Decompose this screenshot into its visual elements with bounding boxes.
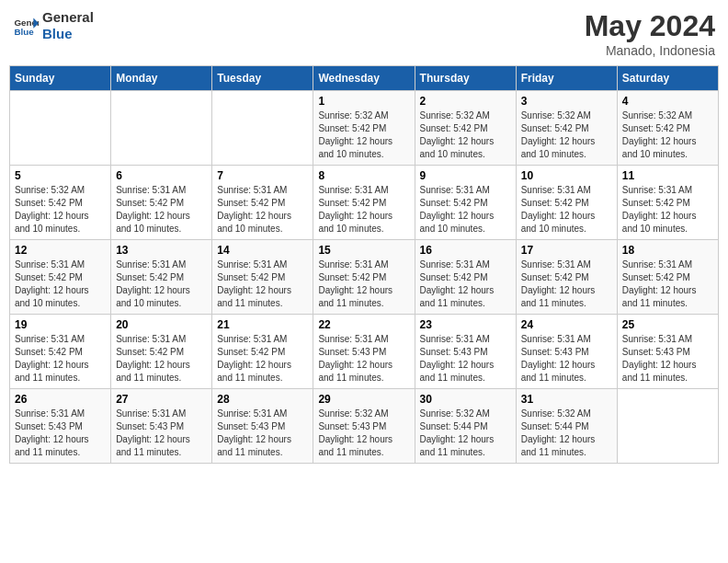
day-cell: 29Sunrise: 5:32 AM Sunset: 5:43 PM Dayli… [313, 389, 415, 464]
day-cell: 21Sunrise: 5:31 AM Sunset: 5:42 PM Dayli… [212, 315, 313, 389]
day-info: Sunrise: 5:32 AM Sunset: 5:44 PM Dayligh… [521, 408, 612, 459]
day-cell: 14Sunrise: 5:31 AM Sunset: 5:42 PM Dayli… [212, 240, 313, 315]
day-info: Sunrise: 5:31 AM Sunset: 5:42 PM Dayligh… [622, 184, 713, 236]
day-cell: 23Sunrise: 5:31 AM Sunset: 5:43 PM Dayli… [415, 315, 516, 389]
day-info: Sunrise: 5:31 AM Sunset: 5:42 PM Dayligh… [420, 184, 511, 236]
header-cell-tuesday: Tuesday [212, 66, 313, 91]
day-info: Sunrise: 5:31 AM Sunset: 5:43 PM Dayligh… [318, 333, 409, 385]
day-info: Sunrise: 5:31 AM Sunset: 5:43 PM Dayligh… [521, 333, 612, 385]
day-number: 24 [521, 318, 612, 331]
week-row: 26Sunrise: 5:31 AM Sunset: 5:43 PM Dayli… [10, 389, 719, 464]
day-info: Sunrise: 5:31 AM Sunset: 5:42 PM Dayligh… [318, 184, 409, 236]
day-number: 4 [622, 95, 713, 108]
day-cell: 2Sunrise: 5:32 AM Sunset: 5:42 PM Daylig… [415, 91, 516, 166]
day-number: 22 [318, 318, 409, 331]
day-cell: 6Sunrise: 5:31 AM Sunset: 5:42 PM Daylig… [111, 166, 212, 240]
logo-line2: Blue [42, 26, 94, 42]
day-number: 11 [622, 169, 713, 182]
day-number: 10 [521, 169, 612, 182]
header-cell-wednesday: Wednesday [313, 66, 415, 91]
day-info: Sunrise: 5:31 AM Sunset: 5:42 PM Dayligh… [15, 259, 106, 310]
day-cell: 24Sunrise: 5:31 AM Sunset: 5:43 PM Dayli… [516, 315, 617, 389]
day-info: Sunrise: 5:31 AM Sunset: 5:43 PM Dayligh… [622, 333, 713, 385]
day-info: Sunrise: 5:31 AM Sunset: 5:42 PM Dayligh… [116, 184, 207, 236]
day-cell: 26Sunrise: 5:31 AM Sunset: 5:43 PM Dayli… [10, 389, 111, 464]
day-info: Sunrise: 5:32 AM Sunset: 5:44 PM Dayligh… [420, 408, 511, 459]
day-cell: 19Sunrise: 5:31 AM Sunset: 5:42 PM Dayli… [10, 315, 111, 389]
header-cell-saturday: Saturday [617, 66, 718, 91]
day-number: 23 [420, 318, 511, 331]
day-number: 27 [116, 393, 207, 406]
day-cell: 4Sunrise: 5:32 AM Sunset: 5:42 PM Daylig… [617, 91, 718, 166]
logo: General Blue General Blue [13, 9, 94, 42]
day-info: Sunrise: 5:32 AM Sunset: 5:42 PM Dayligh… [318, 109, 409, 161]
day-number: 3 [521, 95, 612, 108]
day-number: 30 [420, 393, 511, 406]
day-cell: 31Sunrise: 5:32 AM Sunset: 5:44 PM Dayli… [516, 389, 617, 464]
day-cell: 25Sunrise: 5:31 AM Sunset: 5:43 PM Dayli… [617, 315, 718, 389]
header-cell-friday: Friday [516, 66, 617, 91]
page-header: General Blue General Blue May 2024 Manad… [9, 9, 719, 58]
day-cell: 8Sunrise: 5:31 AM Sunset: 5:42 PM Daylig… [313, 166, 415, 240]
day-number: 9 [420, 169, 511, 182]
day-number: 15 [318, 244, 409, 257]
day-info: Sunrise: 5:31 AM Sunset: 5:43 PM Dayligh… [15, 408, 106, 459]
day-info: Sunrise: 5:31 AM Sunset: 5:42 PM Dayligh… [217, 184, 308, 236]
title-block: May 2024 Manado, Indonesia [585, 9, 715, 58]
day-number: 18 [622, 244, 713, 257]
day-number: 7 [217, 169, 308, 182]
day-info: Sunrise: 5:31 AM Sunset: 5:42 PM Dayligh… [116, 333, 207, 385]
day-number: 5 [15, 169, 106, 182]
day-cell: 3Sunrise: 5:32 AM Sunset: 5:42 PM Daylig… [516, 91, 617, 166]
calendar-table: SundayMondayTuesdayWednesdayThursdayFrid… [9, 65, 719, 464]
day-number: 19 [15, 318, 106, 331]
day-cell: 16Sunrise: 5:31 AM Sunset: 5:42 PM Dayli… [415, 240, 516, 315]
logo-line1: General [42, 9, 94, 26]
day-cell: 7Sunrise: 5:31 AM Sunset: 5:42 PM Daylig… [212, 166, 313, 240]
day-cell [10, 91, 111, 166]
day-cell: 12Sunrise: 5:31 AM Sunset: 5:42 PM Dayli… [10, 240, 111, 315]
day-info: Sunrise: 5:31 AM Sunset: 5:43 PM Dayligh… [116, 408, 207, 459]
day-number: 1 [318, 95, 409, 108]
day-number: 21 [217, 318, 308, 331]
day-info: Sunrise: 5:31 AM Sunset: 5:42 PM Dayligh… [15, 333, 106, 385]
day-cell: 18Sunrise: 5:31 AM Sunset: 5:42 PM Dayli… [617, 240, 718, 315]
day-cell: 30Sunrise: 5:32 AM Sunset: 5:44 PM Dayli… [415, 389, 516, 464]
day-info: Sunrise: 5:31 AM Sunset: 5:42 PM Dayligh… [217, 333, 308, 385]
day-cell [617, 389, 718, 464]
day-number: 14 [217, 244, 308, 257]
logo-icon: General Blue [13, 13, 39, 39]
day-info: Sunrise: 5:31 AM Sunset: 5:42 PM Dayligh… [521, 184, 612, 236]
location: Manado, Indonesia [585, 43, 715, 58]
day-number: 12 [15, 244, 106, 257]
svg-text:Blue: Blue [14, 27, 34, 37]
day-cell: 20Sunrise: 5:31 AM Sunset: 5:42 PM Dayli… [111, 315, 212, 389]
day-number: 25 [622, 318, 713, 331]
day-cell: 9Sunrise: 5:31 AM Sunset: 5:42 PM Daylig… [415, 166, 516, 240]
day-number: 13 [116, 244, 207, 257]
header-cell-sunday: Sunday [10, 66, 111, 91]
week-row: 1Sunrise: 5:32 AM Sunset: 5:42 PM Daylig… [10, 91, 719, 166]
day-cell: 1Sunrise: 5:32 AM Sunset: 5:42 PM Daylig… [313, 91, 415, 166]
day-info: Sunrise: 5:32 AM Sunset: 5:42 PM Dayligh… [521, 109, 612, 161]
day-cell: 13Sunrise: 5:31 AM Sunset: 5:42 PM Dayli… [111, 240, 212, 315]
calendar-header: SundayMondayTuesdayWednesdayThursdayFrid… [10, 66, 719, 91]
day-cell: 5Sunrise: 5:32 AM Sunset: 5:42 PM Daylig… [10, 166, 111, 240]
day-cell: 15Sunrise: 5:31 AM Sunset: 5:42 PM Dayli… [313, 240, 415, 315]
day-number: 2 [420, 95, 511, 108]
day-number: 26 [15, 393, 106, 406]
day-info: Sunrise: 5:31 AM Sunset: 5:43 PM Dayligh… [217, 408, 308, 459]
day-cell: 11Sunrise: 5:31 AM Sunset: 5:42 PM Dayli… [617, 166, 718, 240]
week-row: 19Sunrise: 5:31 AM Sunset: 5:42 PM Dayli… [10, 315, 719, 389]
day-cell: 22Sunrise: 5:31 AM Sunset: 5:43 PM Dayli… [313, 315, 415, 389]
day-cell [212, 91, 313, 166]
week-row: 12Sunrise: 5:31 AM Sunset: 5:42 PM Dayli… [10, 240, 719, 315]
day-info: Sunrise: 5:32 AM Sunset: 5:42 PM Dayligh… [622, 109, 713, 161]
day-info: Sunrise: 5:32 AM Sunset: 5:43 PM Dayligh… [318, 408, 409, 459]
day-number: 20 [116, 318, 207, 331]
day-cell: 10Sunrise: 5:31 AM Sunset: 5:42 PM Dayli… [516, 166, 617, 240]
day-number: 16 [420, 244, 511, 257]
day-info: Sunrise: 5:31 AM Sunset: 5:42 PM Dayligh… [521, 259, 612, 310]
day-cell: 17Sunrise: 5:31 AM Sunset: 5:42 PM Dayli… [516, 240, 617, 315]
header-cell-monday: Monday [111, 66, 212, 91]
